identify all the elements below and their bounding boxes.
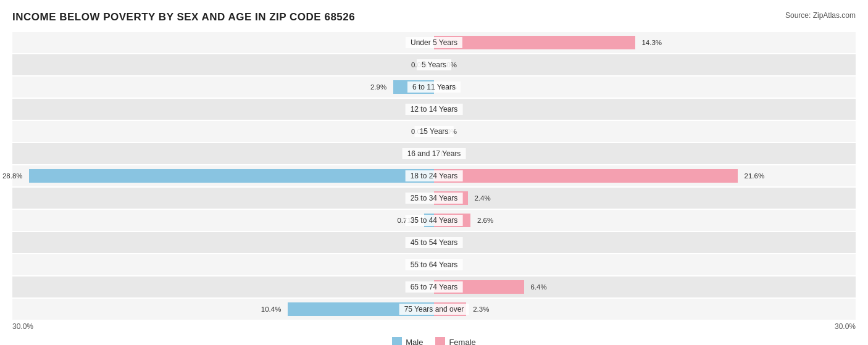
bar-row: 16 and 17 Years0.0%0.0% [12, 143, 856, 164]
female-value-label: 2.3% [473, 306, 489, 313]
bar-row: 12 to 14 Years0.0%0.0% [12, 99, 856, 120]
legend-male-box [392, 337, 402, 345]
row-center-label: 25 to 34 Years [406, 193, 463, 204]
chart-legend: Male Female [12, 337, 856, 345]
male-value-label: 10.4% [261, 306, 282, 313]
row-center-label: 35 to 44 Years [406, 215, 463, 226]
bar-row: 18 to 24 Years28.8%21.6% [12, 165, 856, 186]
female-bar [434, 36, 635, 49]
female-bar [434, 169, 738, 183]
row-center-label: 65 to 74 Years [406, 281, 463, 293]
row-center-label: 12 to 14 Years [406, 104, 463, 115]
legend-male-label: Male [406, 338, 423, 346]
legend-female: Female [435, 337, 475, 345]
legend-female-label: Female [449, 338, 475, 346]
axis-labels: 30.0% 30.0% [12, 322, 856, 331]
legend-female-box [435, 337, 445, 345]
bar-row: 55 to 64 Years0.0%0.0% [12, 254, 856, 275]
row-center-label: 45 to 54 Years [406, 237, 463, 248]
female-value-label: 21.6% [745, 172, 765, 180]
chart-body: Under 5 Years0.0%14.3%5 Years0.0%0.0%6 t… [12, 32, 856, 320]
bar-row: 65 to 74 Years0.0%6.4% [12, 276, 856, 297]
bar-row: 45 to 54 Years0.0%0.0% [12, 232, 856, 253]
chart-source: Source: ZipAtlas.com [785, 11, 856, 20]
bar-row: 25 to 34 Years0.0%2.4% [12, 188, 856, 209]
axis-left-label: 30.0% [12, 322, 33, 331]
female-value-label: 2.6% [477, 217, 493, 224]
row-center-label: 18 to 24 Years [406, 170, 463, 181]
chart-title: INCOME BELOW POVERTY BY SEX AND AGE IN Z… [12, 11, 355, 23]
bar-row: Under 5 Years0.0%14.3% [12, 32, 856, 53]
bar-row: 15 Years0.0%0.0% [12, 121, 856, 142]
legend-male: Male [392, 337, 423, 345]
male-value-label: 28.8% [2, 172, 23, 180]
female-value-label: 14.3% [641, 39, 662, 46]
row-center-label: Under 5 Years [406, 37, 462, 48]
bar-row: 5 Years0.0%0.0% [12, 54, 856, 75]
row-center-label: 5 Years [417, 59, 451, 70]
bar-row: 75 Years and over10.4%2.3% [12, 299, 856, 320]
row-center-label: 55 to 64 Years [406, 259, 463, 270]
female-value-label: 6.4% [531, 283, 547, 291]
axis-right-label: 30.0% [835, 322, 856, 331]
chart-container: INCOME BELOW POVERTY BY SEX AND AGE IN Z… [0, 0, 868, 345]
male-bar [29, 169, 434, 183]
bar-row: 35 to 44 Years0.71%2.6% [12, 210, 856, 231]
male-value-label: 2.9% [370, 83, 386, 91]
chart-header: INCOME BELOW POVERTY BY SEX AND AGE IN Z… [12, 11, 856, 23]
row-center-label: 6 to 11 Years [407, 81, 461, 93]
row-center-label: 15 Years [415, 126, 454, 137]
row-center-label: 16 and 17 Years [403, 148, 466, 159]
bar-row: 6 to 11 Years2.9%0.0% [12, 77, 856, 98]
female-value-label: 2.4% [474, 194, 490, 202]
row-center-label: 75 Years and over [399, 304, 469, 315]
